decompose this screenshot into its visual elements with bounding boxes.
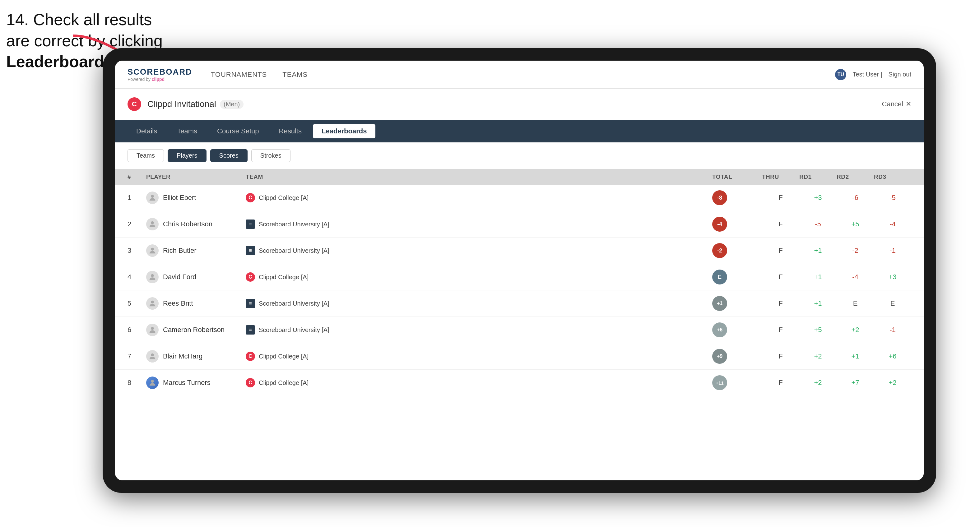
rank-1: 1 — [127, 194, 146, 202]
total-cell-3: -2 — [712, 243, 762, 258]
thru-5: F — [762, 299, 799, 308]
tournament-title: Clippd Invitational — [148, 99, 216, 109]
tournament-badge: (Men) — [220, 100, 243, 109]
col-team: TEAM — [246, 173, 352, 180]
tab-leaderboards[interactable]: Leaderboards — [313, 124, 376, 138]
tab-results[interactable]: Results — [270, 124, 310, 138]
col-rd1: RD1 — [799, 173, 837, 180]
filter-teams-button[interactable]: Teams — [127, 149, 164, 162]
sign-out-link[interactable]: Sign out — [889, 71, 911, 78]
player-name-8: Marcus Turners — [163, 379, 210, 387]
col-rank: # — [127, 173, 146, 180]
tab-details[interactable]: Details — [127, 124, 166, 138]
rd1-8: +2 — [799, 379, 837, 387]
rd2-8: +7 — [837, 379, 874, 387]
team-cell-8: C Clippd College [A] — [246, 378, 352, 387]
rank-3: 3 — [127, 246, 146, 255]
svg-point-5 — [151, 301, 154, 303]
col-rd3: RD3 — [874, 173, 911, 180]
thru-7: F — [762, 352, 799, 360]
avatar-3 — [146, 244, 159, 257]
nav-tournaments[interactable]: TOURNAMENTS — [211, 67, 267, 82]
player-name-1: Elliot Ebert — [163, 194, 196, 202]
total-cell-7: +9 — [712, 349, 762, 364]
rd3-5: E — [874, 299, 911, 308]
score-badge-7: +9 — [712, 349, 727, 364]
col-rd2: RD2 — [837, 173, 874, 180]
team-cell-6: Scoreboard University [A] — [246, 325, 352, 335]
svg-point-1 — [151, 195, 154, 198]
player-cell-4: David Ford — [146, 271, 246, 283]
user-name: Test User | — [853, 71, 882, 78]
svg-point-4 — [151, 274, 154, 277]
rank-2: 2 — [127, 220, 146, 228]
tab-course-setup[interactable]: Course Setup — [208, 124, 268, 138]
player-cell-6: Cameron Robertson — [146, 324, 246, 336]
rd3-7: +6 — [874, 352, 911, 360]
avatar-1 — [146, 192, 159, 204]
avatar-2 — [146, 218, 159, 230]
avatar-6 — [146, 324, 159, 336]
filter-bar: Teams Players Scores Strokes — [115, 143, 924, 169]
filter-strokes-button[interactable]: Strokes — [251, 149, 291, 162]
rd3-1: -5 — [874, 194, 911, 202]
player-cell-7: Blair McHarg — [146, 350, 246, 362]
filter-scores-button[interactable]: Scores — [210, 149, 248, 162]
user-avatar: TU — [835, 69, 846, 80]
leaderboard-table: # PLAYER TEAM TOTAL THRU RD1 RD2 RD3 1 — [115, 169, 924, 480]
rank-7: 7 — [127, 352, 146, 360]
tablet-screen: SCOREBOARD Powered by clippd TOURNAMENTS… — [115, 60, 924, 480]
team-name-6: Scoreboard University [A] — [259, 327, 329, 333]
table-header: # PLAYER TEAM TOTAL THRU RD1 RD2 RD3 — [115, 169, 924, 185]
thru-1: F — [762, 194, 799, 202]
team-name-2: Scoreboard University [A] — [259, 221, 329, 228]
team-cell-4: C Clippd College [A] — [246, 272, 352, 282]
team-logo-7: C — [246, 352, 255, 361]
avatar-5 — [146, 297, 159, 310]
nav-right: TU Test User | Sign out — [835, 69, 911, 80]
rd1-2: -5 — [799, 220, 837, 228]
rd2-5: E — [837, 299, 874, 308]
avatar-8 — [146, 376, 159, 389]
player-name-6: Cameron Robertson — [163, 326, 224, 334]
col-player: PLAYER — [146, 173, 246, 180]
player-cell-2: Chris Robertson — [146, 218, 246, 230]
tab-teams[interactable]: Teams — [168, 124, 206, 138]
rd3-2: -4 — [874, 220, 911, 228]
score-badge-5: +1 — [712, 296, 727, 311]
rd3-8: +2 — [874, 379, 911, 387]
team-logo-1: C — [246, 193, 255, 202]
rd3-6: -1 — [874, 326, 911, 334]
team-cell-2: Scoreboard University [A] — [246, 219, 352, 229]
team-cell-5: Scoreboard University [A] — [246, 299, 352, 308]
cancel-button[interactable]: Cancel ✕ — [882, 100, 911, 108]
rank-5: 5 — [127, 299, 146, 308]
logo-area: SCOREBOARD Powered by clippd — [127, 67, 192, 82]
table-row: 7 Blair McHarg C Clippd College [A] +9 — [115, 343, 924, 370]
rank-6: 6 — [127, 326, 146, 334]
filter-players-button[interactable]: Players — [168, 149, 207, 162]
table-row: 8 Marcus Turners C Clippd College [A] +1… — [115, 370, 924, 396]
rd1-3: +1 — [799, 246, 837, 255]
logo-sub: Powered by clippd — [127, 77, 192, 82]
total-cell-1: -8 — [712, 190, 762, 205]
nav-teams[interactable]: TEAMS — [282, 67, 308, 82]
col-spacer — [352, 173, 712, 180]
table-row: 3 Rich Butler Scoreboard University [A] … — [115, 238, 924, 264]
rd2-7: +1 — [837, 352, 874, 360]
svg-point-3 — [151, 248, 154, 251]
player-name-2: Chris Robertson — [163, 220, 212, 228]
rd2-4: -4 — [837, 273, 874, 281]
player-name-4: David Ford — [163, 273, 197, 281]
rd2-6: +2 — [837, 326, 874, 334]
rd3-4: +3 — [874, 273, 911, 281]
rd3-3: -1 — [874, 246, 911, 255]
rd1-1: +3 — [799, 194, 837, 202]
tournament-logo: C — [127, 97, 141, 111]
total-cell-2: -4 — [712, 217, 762, 232]
team-name-4: Clippd College [A] — [259, 274, 309, 281]
team-logo-4: C — [246, 272, 255, 282]
player-cell-3: Rich Butler — [146, 244, 246, 257]
thru-3: F — [762, 246, 799, 255]
tab-bar: Details Teams Course Setup Results Leade… — [115, 120, 924, 143]
